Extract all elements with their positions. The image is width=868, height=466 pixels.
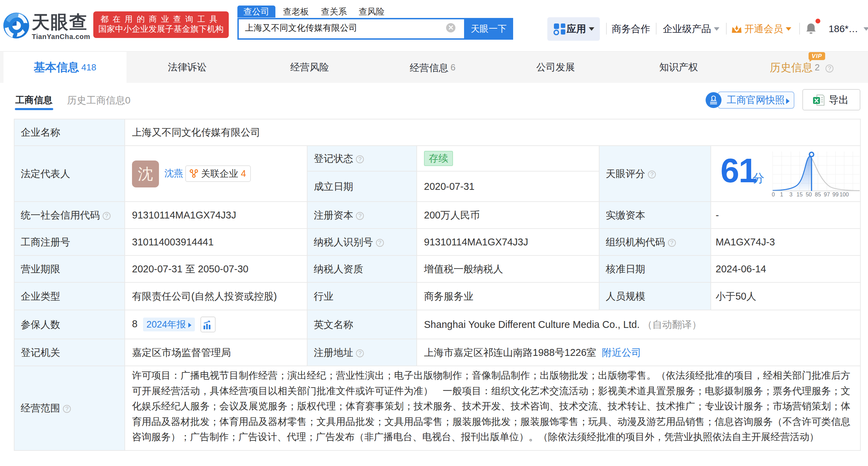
svg-text:99: 99 <box>832 192 839 197</box>
svg-text:50: 50 <box>806 192 812 197</box>
svg-text:100: 100 <box>840 192 849 197</box>
svg-text:3: 3 <box>790 192 793 197</box>
svg-text:85: 85 <box>815 192 821 197</box>
svg-text:1: 1 <box>780 192 783 197</box>
svg-text:97: 97 <box>824 192 830 197</box>
svg-text:0: 0 <box>772 192 775 197</box>
svg-text:15: 15 <box>796 192 803 197</box>
